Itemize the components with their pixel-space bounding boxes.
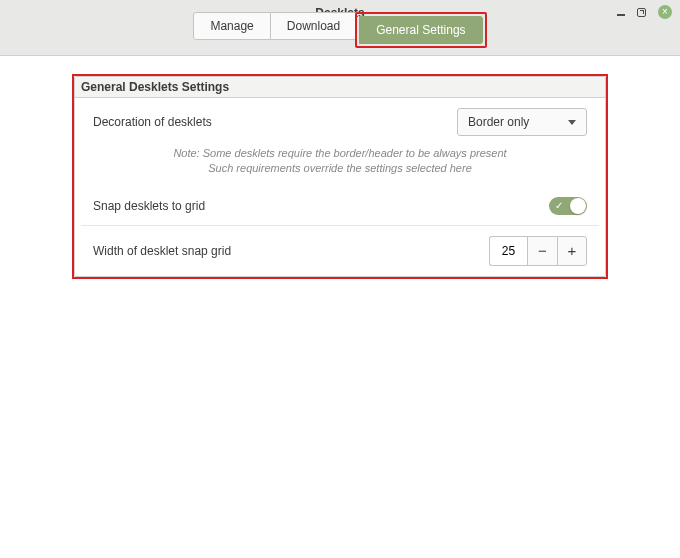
tab-general-settings[interactable]: General Settings (359, 16, 482, 44)
tab-download[interactable]: Download (271, 12, 357, 40)
stepper-minus-button[interactable]: − (527, 236, 557, 266)
stepper-plus-button[interactable]: + (557, 236, 587, 266)
chevron-down-icon (568, 120, 576, 125)
check-icon: ✓ (555, 200, 563, 211)
settings-panel: General Desklets Settings Decoration of … (74, 76, 606, 277)
grid-width-stepper: − + (489, 236, 587, 266)
decoration-note: Note: Some desklets require the border/h… (75, 146, 605, 187)
row-snap: Snap desklets to grid ✓ (75, 187, 605, 225)
snap-toggle[interactable]: ✓ (549, 197, 587, 215)
toggle-knob (570, 198, 586, 214)
row-decoration: Decoration of desklets Border only (75, 98, 605, 146)
note-line-2: Such requirements override the settings … (93, 161, 587, 176)
grid-width-label: Width of desklet snap grid (93, 244, 231, 258)
panel-title: General Desklets Settings (75, 77, 605, 98)
active-tab-highlight: General Settings (355, 12, 486, 48)
grid-width-input[interactable] (489, 236, 527, 266)
panel-highlight: General Desklets Settings Decoration of … (72, 74, 608, 279)
decoration-select[interactable]: Border only (457, 108, 587, 136)
header-bar: Desklets × Manage Download General Setti… (0, 0, 680, 56)
note-line-1: Note: Some desklets require the border/h… (93, 146, 587, 161)
decoration-selected-value: Border only (468, 115, 529, 129)
tab-bar: Manage Download General Settings (0, 12, 680, 48)
decoration-label: Decoration of desklets (93, 115, 212, 129)
content-area: General Desklets Settings Decoration of … (0, 56, 680, 279)
tab-manage[interactable]: Manage (193, 12, 270, 40)
row-grid-width: Width of desklet snap grid − + (75, 226, 605, 276)
snap-label: Snap desklets to grid (93, 199, 205, 213)
